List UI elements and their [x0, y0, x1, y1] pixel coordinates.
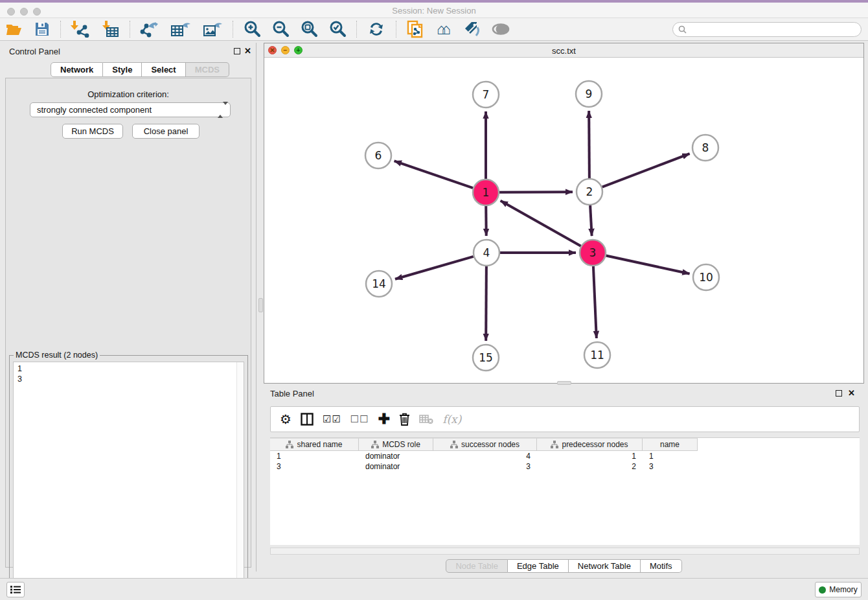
- control-panel-title: Control Panel: [9, 47, 60, 56]
- column-header-predecessor-nodes[interactable]: predecessor nodes: [537, 438, 643, 451]
- table-rows: 1dominator4113dominator323: [270, 451, 860, 472]
- window-title: Session: New Session: [0, 6, 868, 16]
- graph-node-label: 3: [589, 246, 597, 259]
- import-network-icon[interactable]: [65, 19, 95, 39]
- tab-network-table[interactable]: Network Table: [569, 559, 641, 573]
- open-file-icon[interactable]: [0, 19, 29, 39]
- float-table-panel-icon[interactable]: [836, 390, 842, 397]
- table-settings-icon[interactable]: ⚙: [280, 411, 291, 427]
- table-cell[interactable]: dominator: [359, 451, 433, 461]
- hierarchy-icon: [450, 441, 458, 448]
- tab-style[interactable]: Style: [103, 62, 142, 77]
- edge-2-9[interactable]: [589, 111, 589, 178]
- tab-select[interactable]: Select: [142, 62, 185, 77]
- table-cell[interactable]: 3: [643, 461, 698, 472]
- edge-2-8[interactable]: [602, 154, 690, 187]
- show-hide-icon[interactable]: [486, 19, 515, 39]
- graph-node-label: 4: [483, 246, 490, 259]
- close-table-panel-icon[interactable]: ✕: [848, 388, 855, 398]
- select-stepper-icon: [218, 105, 225, 115]
- zoom-selected-icon[interactable]: [323, 19, 352, 39]
- table-cell[interactable]: 4: [433, 451, 537, 461]
- edge-4-14[interactable]: [395, 257, 474, 279]
- select-all-icon[interactable]: ☑☑: [323, 413, 341, 425]
- table-panel-title: Table Panel: [270, 389, 314, 398]
- column-header-MCDS-role[interactable]: MCDS role: [359, 438, 433, 451]
- close-panel-button[interactable]: Close panel: [132, 124, 200, 139]
- titlebar[interactable]: Session: New Session: [0, 3, 868, 18]
- delete-table-icon[interactable]: [419, 414, 433, 424]
- table-toolbar: ⚙ ☑☑ ☐☐ ✚ f(x): [270, 406, 860, 432]
- import-table-icon[interactable]: [95, 19, 125, 39]
- add-column-icon[interactable]: ✚: [378, 411, 390, 428]
- table-row[interactable]: 3dominator323: [270, 461, 860, 472]
- panel-splitter-handle[interactable]: [258, 298, 263, 312]
- tab-edge-table[interactable]: Edge Table: [508, 559, 569, 573]
- node-table[interactable]: shared nameMCDS rolesuccessor nodesprede…: [270, 437, 860, 545]
- show-columns-icon[interactable]: [301, 413, 314, 426]
- table-panel-tabs: Node TableEdge TableNetwork TableMotifs: [264, 559, 864, 573]
- edge-3-11[interactable]: [593, 266, 597, 338]
- table-cell[interactable]: 2: [537, 461, 643, 472]
- edge-2-3[interactable]: [590, 205, 592, 236]
- search-icon: [678, 25, 687, 34]
- status-bar: Memory: [0, 578, 868, 600]
- main-toolbar: ⌂⌂: [0, 18, 868, 41]
- edge-1-2[interactable]: [499, 192, 573, 192]
- tab-node-table[interactable]: Node Table: [446, 559, 508, 573]
- zoom-fit-icon[interactable]: [295, 19, 323, 39]
- export-image-icon[interactable]: [197, 19, 228, 39]
- table-cell[interactable]: 3: [433, 461, 537, 472]
- task-history-button[interactable]: [6, 582, 25, 597]
- graph-node-label: 15: [479, 351, 493, 364]
- table-scrollbar[interactable]: [270, 548, 860, 555]
- edge-3-1[interactable]: [501, 201, 581, 246]
- tab-network[interactable]: Network: [51, 62, 103, 77]
- control-panel-tabs: NetworkStyleSelectMCDS: [51, 62, 229, 77]
- hide-labels-icon[interactable]: [458, 19, 486, 39]
- table-cell[interactable]: dominator: [359, 461, 433, 472]
- column-header-name[interactable]: name: [643, 438, 698, 451]
- export-table-icon[interactable]: [165, 19, 197, 39]
- apply-layout-icon[interactable]: [361, 19, 391, 39]
- memory-button[interactable]: Memory: [815, 582, 862, 597]
- edge-1-6[interactable]: [394, 161, 474, 188]
- list-icon: [10, 585, 21, 594]
- table-cell[interactable]: 1: [643, 451, 698, 461]
- tab-mcds[interactable]: MCDS: [186, 62, 229, 77]
- clone-network-icon[interactable]: [401, 19, 429, 39]
- close-panel-icon[interactable]: ✕: [244, 46, 251, 56]
- edge-4-15[interactable]: [486, 266, 486, 341]
- column-header-shared-name[interactable]: shared name: [270, 438, 359, 451]
- mcds-result-group: MCDS result (2 nodes) 13: [9, 355, 248, 599]
- mcds-result-text[interactable]: 13: [13, 362, 244, 595]
- table-cell[interactable]: 3: [270, 461, 359, 472]
- graph-node-label: 1: [483, 186, 490, 199]
- run-mcds-button[interactable]: Run MCDS: [62, 124, 123, 139]
- toolbar-separator: [356, 21, 357, 38]
- search-box[interactable]: [672, 22, 862, 37]
- zoom-in-icon[interactable]: [238, 19, 266, 39]
- delete-column-icon[interactable]: [399, 413, 410, 426]
- float-panel-icon[interactable]: [234, 48, 240, 54]
- column-header-successor-nodes[interactable]: successor nodes: [433, 438, 537, 451]
- network-window-titlebar[interactable]: ✕ − + scc.txt: [264, 43, 863, 58]
- tab-motifs[interactable]: Motifs: [641, 559, 682, 573]
- table-cell[interactable]: 1: [270, 451, 359, 461]
- table-cell[interactable]: 1: [537, 451, 643, 461]
- graph-node-label: 6: [375, 149, 382, 162]
- result-scrollbar[interactable]: [236, 362, 244, 595]
- save-session-icon[interactable]: [29, 19, 56, 39]
- export-network-icon[interactable]: [135, 19, 165, 39]
- edge-3-10[interactable]: [606, 255, 690, 273]
- deselect-all-icon[interactable]: ☐☐: [350, 413, 369, 425]
- optimization-criterion-select[interactable]: strongly connected component: [30, 102, 231, 117]
- first-neighbors-icon[interactable]: ⌂⌂: [429, 19, 458, 39]
- network-view-window: ✕ − + scc.txt 7968124314101511: [264, 43, 864, 384]
- zoom-out-icon[interactable]: [266, 19, 295, 39]
- table-row[interactable]: 1dominator411: [270, 451, 860, 461]
- search-input[interactable]: [690, 25, 861, 34]
- network-graph[interactable]: 7968124314101511: [264, 58, 863, 383]
- view-splitter-handle[interactable]: [557, 381, 571, 385]
- function-builder-icon[interactable]: f(x): [442, 413, 461, 426]
